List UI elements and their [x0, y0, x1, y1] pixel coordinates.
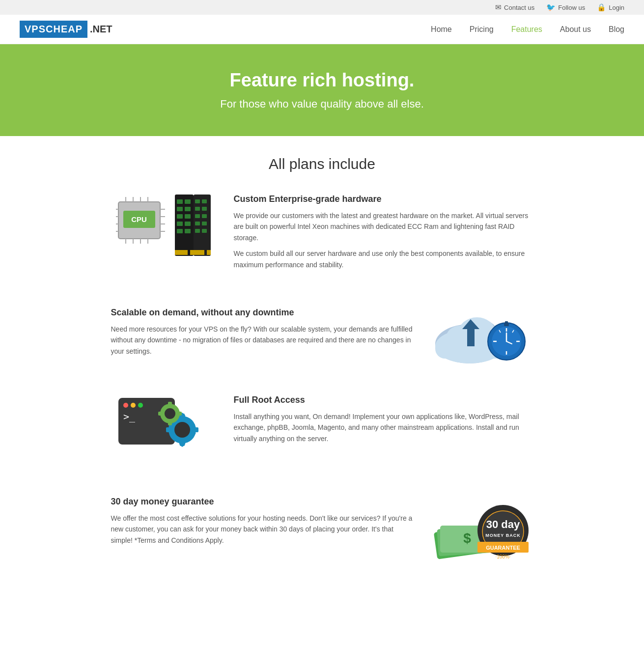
- svg-rect-24: [177, 214, 183, 219]
- section-title: All plans include: [111, 156, 533, 172]
- hero-subheading: For those who value quality above all el…: [10, 98, 634, 111]
- svg-rect-22: [177, 207, 183, 211]
- svg-rect-29: [185, 229, 191, 233]
- svg-rect-44: [204, 250, 207, 255]
- nav-pricing[interactable]: Pricing: [470, 25, 494, 34]
- money-back-text: 30 day money guarantee We offer the most…: [111, 497, 416, 550]
- main-nav: Home Pricing Features About us Blog: [431, 25, 624, 34]
- svg-point-68: [138, 403, 143, 408]
- nav-about[interactable]: About us: [560, 25, 591, 34]
- money-back-p1: We offer the most cost effective solutio…: [111, 513, 416, 546]
- hardware-icon-container: CPU: [111, 192, 219, 261]
- svg-rect-30: [175, 250, 194, 255]
- main-content: All plans include CPU: [101, 136, 543, 616]
- svg-rect-42: [202, 229, 207, 233]
- svg-rect-28: [177, 229, 183, 233]
- money-back-icon-container: $ ★ ★ ★ 30 day MONEY BACK GUARANTEE ·100…: [425, 484, 533, 562]
- svg-point-81: [165, 408, 175, 419]
- login-link[interactable]: 🔒 Login: [597, 3, 624, 12]
- svg-rect-84: [158, 412, 163, 416]
- scalable-icon: [430, 300, 529, 368]
- svg-point-67: [131, 403, 136, 408]
- follow-us-link[interactable]: 🐦 Follow us: [546, 3, 585, 12]
- hardware-icon: CPU: [116, 192, 214, 261]
- hardware-text: Custom Enterprise-grade hardware We prov…: [234, 192, 533, 275]
- svg-text:GUARANTEE: GUARANTEE: [486, 545, 520, 551]
- nav-home[interactable]: Home: [431, 25, 452, 34]
- scalable-text: Scalable on demand, without any downtime…: [111, 307, 416, 361]
- feature-hardware: CPU: [111, 192, 533, 275]
- svg-point-71: [174, 422, 190, 438]
- svg-rect-62: [505, 321, 508, 324]
- svg-rect-34: [202, 199, 207, 203]
- lock-icon: 🔒: [597, 3, 606, 12]
- svg-rect-21: [185, 199, 191, 204]
- svg-rect-82: [168, 402, 172, 406]
- svg-rect-37: [195, 214, 200, 218]
- svg-rect-20: [177, 199, 183, 204]
- scalable-title: Scalable on demand, without any downtime: [111, 307, 416, 318]
- top-bar: ✉ Contact us 🐦 Follow us 🔒 Login: [0, 0, 644, 15]
- svg-rect-83: [168, 421, 172, 425]
- header: VPSCHEAP .NET Home Pricing Features Abou…: [0, 15, 644, 44]
- hero-banner: Feature rich hosting. For those who valu…: [0, 44, 644, 136]
- twitter-icon: 🐦: [546, 3, 556, 12]
- hero-heading: Feature rich hosting.: [10, 70, 634, 91]
- root-access-icon: >_: [116, 393, 214, 459]
- svg-rect-38: [202, 214, 207, 218]
- svg-text:MONEY BACK: MONEY BACK: [485, 533, 520, 538]
- svg-rect-31: [188, 250, 190, 255]
- scalable-icon-container: [425, 300, 533, 368]
- logo-net: .NET: [87, 24, 112, 35]
- hardware-title: Custom Enterprise-grade hardware: [234, 194, 533, 204]
- login-label: Login: [609, 4, 624, 11]
- feature-root-access: >_: [111, 393, 533, 459]
- svg-text:·100%·: ·100%·: [495, 554, 510, 559]
- contact-us-link[interactable]: ✉ Contact us: [495, 3, 534, 12]
- logo-box: VPSCHEAP: [20, 21, 87, 38]
- root-access-title: Full Root Access: [234, 395, 533, 405]
- hardware-p1: We provide our customers with the latest…: [234, 210, 533, 243]
- svg-rect-25: [185, 214, 191, 219]
- feature-money-back: 30 day money guarantee We offer the most…: [111, 484, 533, 562]
- root-access-text: Full Root Access Install anything you wa…: [234, 393, 533, 449]
- nav-blog[interactable]: Blog: [609, 25, 624, 34]
- hardware-p2: We custom build all our server hardware …: [234, 248, 533, 270]
- email-icon: ✉: [495, 3, 502, 12]
- svg-rect-35: [195, 207, 200, 211]
- svg-rect-39: [195, 222, 200, 225]
- svg-text:CPU: CPU: [131, 215, 147, 223]
- svg-text:>_: >_: [123, 411, 136, 422]
- svg-rect-26: [177, 222, 183, 226]
- money-back-icon: $ ★ ★ ★ 30 day MONEY BACK GUARANTEE ·100…: [430, 484, 529, 562]
- money-back-title: 30 day money guarantee: [111, 497, 416, 507]
- logo[interactable]: VPSCHEAP .NET: [20, 21, 112, 38]
- svg-text:30 day: 30 day: [486, 518, 520, 530]
- contact-us-label: Contact us: [504, 4, 534, 11]
- svg-text:$: $: [463, 530, 471, 546]
- svg-rect-85: [177, 412, 182, 416]
- svg-rect-33: [195, 199, 200, 203]
- svg-rect-41: [195, 229, 200, 233]
- svg-rect-27: [185, 222, 191, 226]
- svg-point-66: [123, 403, 128, 408]
- svg-rect-36: [202, 207, 207, 211]
- root-access-p1: Install anything you want, On demand! Im…: [234, 411, 533, 444]
- feature-scalable: Scalable on demand, without any downtime…: [111, 300, 533, 368]
- svg-rect-43: [194, 250, 211, 255]
- svg-rect-40: [202, 222, 207, 225]
- nav-features[interactable]: Features: [511, 25, 542, 34]
- svg-rect-23: [185, 207, 191, 211]
- root-access-icon-container: >_: [111, 393, 219, 459]
- scalable-p1: Need more resources for your VPS on the …: [111, 324, 416, 357]
- follow-us-label: Follow us: [558, 4, 585, 11]
